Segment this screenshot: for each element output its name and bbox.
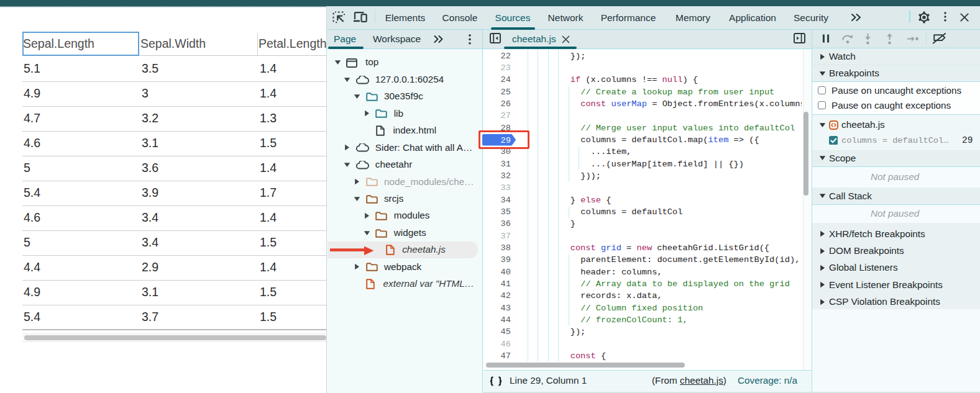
svg-text:29: 29 [501, 137, 511, 146]
